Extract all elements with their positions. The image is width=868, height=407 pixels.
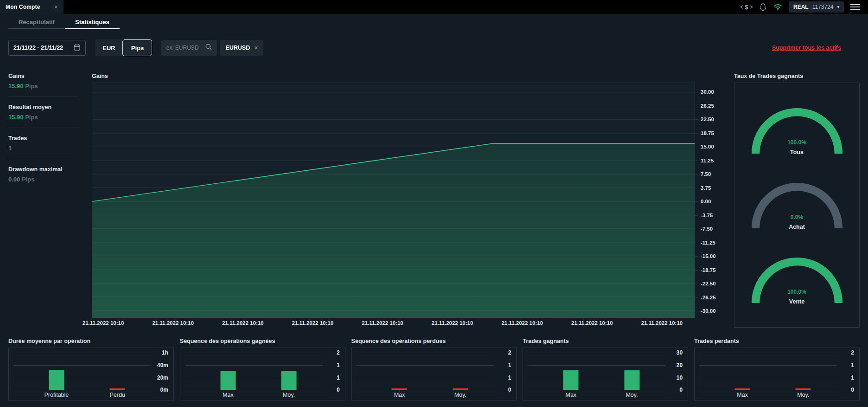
category-label: Moy. — [283, 392, 295, 398]
account-window-tab[interactable]: Mon Compte × — [0, 0, 64, 14]
y-axis-tick: 18.75 — [701, 129, 714, 137]
x-axis-tick: 21.11.2022 10:10 — [292, 320, 334, 326]
account-selector[interactable]: REAL 1173724 ▾ — [789, 1, 844, 13]
tab-statistiques[interactable]: Statistiques — [65, 14, 120, 29]
y-axis-tick: 2 — [851, 349, 854, 356]
mini-chart-plot: 2110MaxMoy. — [351, 348, 517, 401]
gridline — [699, 378, 837, 378]
stat-gains: Gains 15.90 Pips — [8, 73, 79, 90]
gridline — [13, 390, 151, 390]
y-axis-tick: 1 — [337, 362, 340, 369]
stat-resultat-moyen: Résultat moyen 15.90 Pips — [8, 104, 79, 121]
y-axis-tick: 3.75 — [701, 184, 711, 192]
bar-max — [563, 370, 579, 390]
main-content: Gains 15.90 Pips Résultat moyen 15.90 Pi… — [0, 63, 868, 330]
asset-search-input[interactable] — [166, 45, 202, 51]
menu-icon[interactable] — [850, 3, 860, 11]
gains-y-axis: 30.0026.2522.5018.7515.0011.257.503.750.… — [695, 83, 724, 318]
category-label: Max — [394, 392, 405, 398]
y-axis-tick: 1 — [337, 374, 340, 381]
mini-chart-plot: 1h40m20m0mProfitablePerdu — [8, 348, 174, 401]
topbar: Mon Compte × $ — [0, 0, 868, 14]
y-axis-tick: 0 — [680, 386, 683, 394]
y-axis-tick: -11.25 — [701, 239, 715, 246]
stat-trades: Trades 1 — [8, 135, 79, 152]
mini-chart-lose-streak: Séquence des opérations perdues2110MaxMo… — [351, 338, 517, 401]
y-axis-tick: 0m — [160, 386, 168, 394]
price-alert-dollar-icon[interactable]: $ — [740, 3, 753, 11]
gridline — [357, 353, 494, 353]
category-label: Moy. — [454, 392, 466, 398]
y-axis-tick: 20 — [677, 362, 683, 369]
gridline — [185, 353, 323, 353]
y-axis-tick: -7.50 — [701, 225, 713, 233]
mini-charts-row: Durée moyenne par opération1h40m20m0mPro… — [0, 330, 868, 401]
gauge-value: 0.0% — [747, 214, 848, 220]
mini-chart-title: Séquence des opérations gagnées — [180, 338, 345, 344]
tab-recapitulatif[interactable]: Récapitulatif — [8, 14, 65, 29]
currency-eur-button[interactable]: EUR — [95, 39, 122, 56]
x-axis-tick: 21.11.2022 10:10 — [432, 320, 473, 326]
y-axis-tick: 1 — [851, 374, 854, 381]
y-axis-tick: 1 — [508, 362, 511, 369]
account-tab-title: Mon Compte — [6, 4, 40, 10]
y-axis-tick: 0 — [508, 386, 511, 394]
asset-chip-label: EURUSD — [225, 45, 250, 51]
category-label: Perdu — [109, 392, 125, 398]
x-axis-tick: 21.11.2022 10:10 — [152, 320, 194, 326]
remove-all-assets-link[interactable]: Supprimer tous les actifs — [772, 45, 841, 51]
gauge-tous: 100.0%Tous — [747, 103, 848, 158]
remove-asset-icon[interactable]: × — [254, 44, 258, 52]
view-tabs: Récapitulatif Statistiques — [0, 14, 868, 29]
y-axis-tick: -15.00 — [701, 252, 716, 260]
bar-perdu — [110, 388, 125, 390]
y-axis-tick: -26.25 — [701, 294, 716, 301]
gauge-value: 100.0% — [747, 289, 848, 295]
y-axis-tick: 1h — [162, 349, 168, 356]
y-axis-tick: -22.50 — [701, 280, 716, 287]
unit-pips-button[interactable]: Pips — [122, 39, 152, 56]
y-axis-tick: -3.75 — [701, 212, 713, 219]
gauge-label: Tous — [747, 149, 848, 155]
y-axis-tick: 30.00 — [701, 88, 714, 96]
gridline — [185, 378, 323, 378]
search-icon[interactable] — [205, 43, 212, 52]
gridline — [699, 365, 837, 366]
mini-chart-title: Trades gagnants — [523, 338, 688, 344]
notifications-bell-icon[interactable] — [759, 3, 767, 11]
bar-moy — [624, 370, 639, 390]
y-axis-tick: 30 — [677, 349, 683, 356]
gauge-label: Vente — [747, 298, 848, 305]
gridline — [185, 365, 323, 366]
gauge-label: Achat — [747, 224, 848, 230]
x-axis-tick: 21.11.2022 10:10 — [571, 320, 613, 326]
y-axis-tick: -18.75 — [701, 266, 716, 274]
y-axis-tick: 1 — [851, 362, 854, 369]
mini-chart-plot: 3020100MaxMoy. — [523, 348, 688, 401]
bar-moy — [281, 371, 296, 390]
svg-text:$: $ — [745, 4, 748, 11]
close-tab-icon[interactable]: × — [54, 4, 58, 10]
date-range-value: 21/11/22 - 21/11/22 — [13, 45, 63, 51]
date-range-picker[interactable]: 21/11/22 - 21/11/22 — [8, 40, 86, 56]
y-axis-tick: 10 — [677, 374, 683, 381]
bar-max — [220, 371, 236, 390]
x-axis-tick: 21.11.2022 10:10 — [362, 320, 403, 326]
gauge-vente: 100.0%Vente — [747, 252, 848, 307]
category-label: Moy. — [797, 392, 809, 398]
account-type-badge: REAL — [793, 4, 809, 10]
mini-chart-title: Durée moyenne par opération — [8, 338, 174, 344]
gains-x-axis: 21.11.2022 10:1021.11.2022 10:1021.11.20… — [92, 320, 724, 330]
bar-moy — [796, 388, 811, 390]
mini-chart-title: Séquence des opérations perdues — [351, 338, 517, 344]
gridline — [13, 353, 151, 353]
x-axis-tick: 21.11.2022 10:10 — [501, 320, 543, 326]
gridline — [357, 378, 494, 378]
gridline — [528, 353, 665, 353]
bar-max — [392, 388, 407, 390]
gridline — [699, 353, 837, 353]
gains-area-chart — [92, 83, 695, 318]
gridline — [528, 365, 665, 366]
category-label: Profitable — [44, 392, 69, 398]
mini-chart-winning-trades: Trades gagnants3020100MaxMoy. — [523, 338, 688, 401]
